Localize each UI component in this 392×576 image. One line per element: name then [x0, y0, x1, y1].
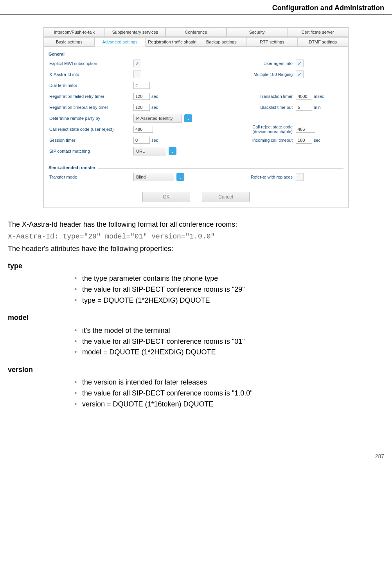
select-determine[interactable]: P-Asserted-Identity: [133, 114, 182, 123]
tab-intercom[interactable]: Intercom/Push-to-talk: [44, 27, 105, 37]
input-blacklist[interactable]: [296, 104, 312, 111]
list-item: model = DQUOTE (1*2HEXDIG) DQUOTE: [74, 347, 384, 358]
input-reject-dev[interactable]: [296, 126, 315, 133]
tab-conference[interactable]: Conference: [165, 27, 227, 37]
unit-sec-4: sec: [314, 138, 320, 143]
label-reject-user: Call reject state code (user reject): [49, 127, 133, 132]
page-number: 287: [0, 422, 392, 467]
button-row: OK Cancel: [44, 186, 348, 208]
unit-sec: sec: [151, 94, 158, 99]
checkbox-multi-180[interactable]: ✓: [296, 70, 304, 78]
ok-button[interactable]: OK: [142, 192, 190, 202]
unit-sec-3: sec: [151, 138, 158, 143]
input-session-timer[interactable]: [133, 137, 150, 144]
tab-registration-shaping[interactable]: Registration traffic shaping: [145, 37, 196, 47]
list-item: type = DQUOTE (1*2HEXDIG) DQUOTE: [74, 295, 384, 306]
head-version: version: [8, 365, 384, 375]
label-user-agent: User agent info: [200, 61, 296, 66]
input-reg-timeout[interactable]: [133, 104, 150, 111]
list-type: the type parameter contains the phone ty…: [74, 273, 384, 306]
label-reject-dev-line1: Call reject state code: [252, 125, 293, 129]
label-reject-dev-line2: (device unreachable): [252, 129, 293, 134]
input-incoming-timeout[interactable]: [296, 137, 312, 144]
tabs-row-1: Intercom/Push-to-talk Supplementary serv…: [44, 27, 348, 37]
cancel-button[interactable]: Cancel: [202, 192, 250, 202]
section-rule-2: [98, 168, 343, 169]
checkbox-x-aastra[interactable]: ✓: [133, 70, 141, 78]
checkbox-refer-to[interactable]: ✓: [296, 173, 304, 181]
general-form: Explicit MWI subscription ✓ User agent i…: [44, 58, 348, 161]
label-incoming-timeout: Incoming call timeout: [200, 138, 296, 143]
chevron-down-icon[interactable]: ⌄: [184, 114, 192, 122]
unit-min: min: [314, 105, 321, 110]
select-sip-contact[interactable]: URL: [133, 147, 166, 155]
list-item: it's the model of the terminal: [74, 325, 384, 336]
para-1: The X-Aastra-Id header has the following…: [8, 220, 384, 229]
label-refer-to: Refer-to with replaces: [200, 175, 296, 179]
label-dial-term: Dial terminator: [49, 83, 133, 88]
input-reg-failed[interactable]: [133, 93, 150, 100]
label-session-timer: Session timer: [49, 138, 133, 143]
label-reg-failed: Registration failed retry timer: [49, 94, 133, 99]
list-version: the version is intended for later releas…: [74, 377, 384, 410]
label-x-aastra: X-Aastra-Id info: [49, 72, 133, 77]
para-2: The header's attributes have the followi…: [8, 244, 384, 254]
list-item: the value for all SIP-DECT conference ro…: [74, 284, 384, 295]
tab-basic[interactable]: Basic settings: [44, 37, 95, 47]
input-reject-user[interactable]: [133, 126, 153, 133]
unit-sec-2: sec: [151, 105, 158, 110]
section-general: General: [44, 47, 65, 58]
label-transfer-mode: Transfer mode: [49, 175, 133, 179]
label-multi-180: Multiple 180 Ringing: [200, 72, 296, 77]
page-header: Configuration and Administration: [0, 0, 392, 14]
list-item: the value for all SIP-DECT conference ro…: [74, 336, 384, 347]
label-reg-timeout: Registration timeout retry timer: [49, 105, 133, 110]
tab-supplementary[interactable]: Supplementary services: [105, 27, 166, 37]
chevron-down-icon-2[interactable]: ⌄: [169, 147, 176, 155]
input-trans-timer[interactable]: [296, 93, 312, 100]
code-line: X-Aastra-Id: type="29" model="01" versio…: [8, 232, 384, 242]
input-dial-term[interactable]: [133, 82, 150, 89]
select-transfer-mode[interactable]: Blind: [133, 173, 174, 181]
label-trans-timer: Transaction timer: [200, 94, 296, 99]
tab-security[interactable]: Security: [227, 27, 288, 37]
transfer-form: Transfer mode Blind⌄ Refer-to with repla…: [44, 172, 348, 186]
label-sip-contact: SIP contact matching: [49, 149, 133, 153]
section-transfer: Semi-attended transfer: [44, 161, 95, 172]
label-determine: Determine remote party by: [49, 116, 133, 121]
tab-backup[interactable]: Backup settings: [196, 37, 247, 47]
section-rule: [67, 55, 343, 55]
checkbox-user-agent[interactable]: ✓: [296, 60, 304, 67]
unit-msec: msec: [314, 94, 324, 99]
checkbox-explicit-mwi[interactable]: ✓: [133, 60, 141, 67]
header-rule: [0, 14, 392, 15]
tab-rtp[interactable]: RTP settings: [247, 37, 298, 47]
tabs-row-2: Basic settings Advanced settings Registr…: [44, 37, 348, 47]
list-item: the type parameter contains the phone ty…: [74, 273, 384, 284]
label-explicit-mwi: Explicit MWI subscription: [49, 61, 133, 66]
chevron-down-icon-3[interactable]: ⌄: [176, 173, 184, 181]
label-blacklist: Blacklist time out: [200, 105, 296, 110]
tab-advanced[interactable]: Advanced settings: [95, 37, 146, 47]
settings-panel: Intercom/Push-to-talk Supplementary serv…: [43, 27, 349, 208]
tab-certificate[interactable]: Certificate server: [287, 27, 348, 37]
list-item: version = DQUOTE (1*16token) DQUOTE: [74, 399, 384, 410]
document-body: The X-Aastra-Id header has the following…: [8, 220, 384, 410]
head-type: type: [8, 261, 384, 271]
list-item: the value for all SIP-DECT conference ro…: [74, 388, 384, 399]
list-model: it's the model of the terminal the value…: [74, 325, 384, 358]
tab-dtmf[interactable]: DTMF settings: [297, 37, 348, 47]
head-model: model: [8, 313, 384, 323]
label-reject-dev: Call reject state code (device unreachab…: [200, 125, 296, 134]
list-item: the version is intended for later releas…: [74, 377, 384, 388]
